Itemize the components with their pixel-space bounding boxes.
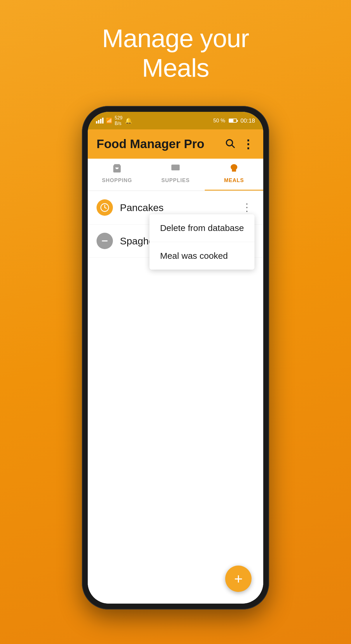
tab-supplies[interactable]: SUPPLIES [146, 159, 205, 191]
content-area: Pancakes ⋮ Delete from database Meal was… [88, 191, 263, 604]
context-menu: Delete from database Meal was cooked [149, 214, 254, 270]
tab-shopping-label: SHOPPING [102, 177, 132, 184]
status-left: 📶 529 B/s 🔔 [96, 115, 132, 126]
wifi-icon: 📶 [106, 117, 112, 124]
phone-screen: 📶 529 B/s 🔔 50 % 00:18 Food Manager Pro [88, 112, 263, 604]
tab-bar: SHOPPING SUPPLIES [88, 159, 263, 191]
context-menu-cooked[interactable]: Meal was cooked [149, 242, 254, 270]
shopping-tab-icon [112, 163, 122, 176]
phone-shell: 📶 529 B/s 🔔 50 % 00:18 Food Manager Pro [82, 106, 269, 609]
context-menu-delete[interactable]: Delete from database [149, 214, 254, 242]
signal-bars-icon [96, 118, 104, 124]
status-bar: 📶 529 B/s 🔔 50 % 00:18 [88, 112, 263, 129]
status-speed: 529 B/s [115, 115, 123, 126]
tab-supplies-label: SUPPLIES [161, 177, 190, 184]
phone-wrapper: 📶 529 B/s 🔔 50 % 00:18 Food Manager Pro [82, 106, 269, 609]
app-bar: Food Manager Pro ⋮ [88, 129, 263, 159]
status-right: 50 % 00:18 [213, 117, 255, 124]
battery-percent: 50 % [213, 118, 225, 124]
battery-icon [229, 119, 237, 123]
supplies-tab-icon [171, 163, 180, 176]
notification-icon: 🔔 [125, 117, 132, 124]
tab-meals[interactable]: MEALS [205, 159, 263, 191]
spaghetti-icon [97, 233, 113, 249]
search-button[interactable] [225, 138, 235, 150]
pancakes-name: Pancakes [120, 202, 239, 213]
tab-shopping[interactable]: SHOPPING [88, 159, 146, 191]
app-title: Food Manager Pro [97, 137, 204, 151]
pancakes-menu-button[interactable]: ⋮ [239, 199, 254, 216]
meals-tab-icon [229, 163, 239, 176]
tab-meals-label: MEALS [224, 177, 244, 184]
add-meal-fab[interactable]: + [225, 566, 252, 592]
hero-title: Manage your Meals [102, 23, 249, 83]
app-bar-icons: ⋮ [225, 138, 254, 150]
pancakes-icon [97, 199, 113, 216]
svg-line-1 [232, 145, 234, 148]
status-time: 00:18 [240, 117, 255, 124]
more-options-button[interactable]: ⋮ [242, 138, 254, 150]
svg-rect-2 [171, 165, 180, 171]
